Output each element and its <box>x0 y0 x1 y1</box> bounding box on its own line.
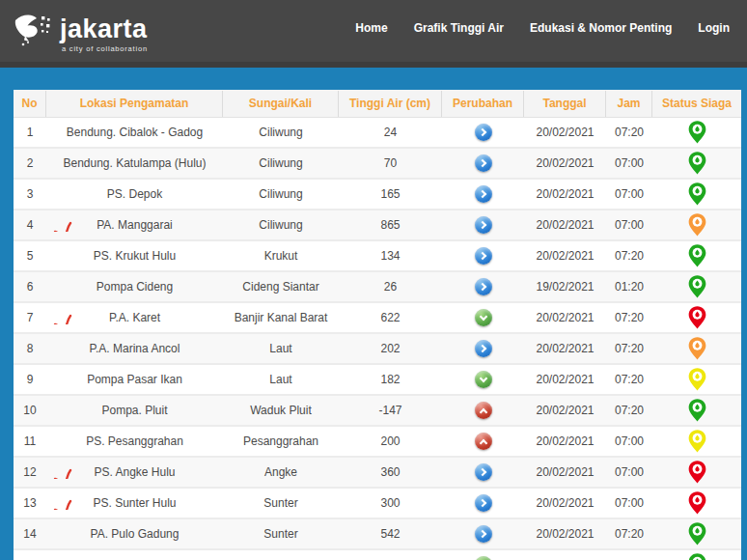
cell-status-siaga <box>652 180 741 209</box>
change-direction-icon <box>475 124 492 141</box>
cell-tanggal: 20/02/2021 <box>524 404 606 417</box>
status-pin-icon <box>687 243 707 268</box>
cell-jam: 07:20 <box>606 527 652 541</box>
table-row: 3 PS. Depok Ciliwung 165 20/02/2021 07:0… <box>14 180 741 210</box>
table-row: 9 Pompa Pasar Ikan Laut 182 20/02/2021 0… <box>14 365 741 396</box>
status-pin-icon <box>687 212 707 238</box>
cell-jam: 01:20 <box>606 280 652 294</box>
status-pin-icon <box>687 274 707 299</box>
change-direction-icon <box>475 433 492 450</box>
nav-item-home[interactable]: Home <box>355 21 387 35</box>
cell-perubahan <box>442 519 524 548</box>
change-direction-icon <box>475 340 492 357</box>
cell-perubahan <box>442 272 524 301</box>
table-row: 5 PS. Krukut Hulu Krukut 134 20/02/2021 … <box>14 241 741 272</box>
red-checkmark-annotation <box>52 499 81 510</box>
cell-tinggi-air: 542 <box>339 527 442 541</box>
cell-sungai-kali: Cideng Siantar <box>223 280 339 294</box>
location-label: PS. Depok <box>107 187 162 201</box>
col-header-no: No <box>14 91 46 117</box>
table-header-row: No Lokasi Pengamatan Sungai/Kali Tinggi … <box>14 90 741 118</box>
cell-perubahan <box>442 550 524 560</box>
cell-tinggi-air: 622 <box>339 311 442 324</box>
cell-no: 3 <box>14 187 46 201</box>
cell-tanggal: 20/02/2021 <box>524 126 606 139</box>
cell-lokasi-pengamatan: PS. Depok <box>46 187 223 201</box>
cell-sungai-kali: Ciliwung <box>223 218 339 232</box>
cell-tinggi-air: 200 <box>339 434 442 448</box>
cell-lokasi-pengamatan: P.A. Karet <box>46 311 223 324</box>
cell-sungai-kali: Ciliwung <box>223 156 339 170</box>
cell-lokasi-pengamatan: P.A. Marina Ancol <box>46 342 223 355</box>
cell-tinggi-air: 26 <box>339 280 442 294</box>
location-label: PS. Angke Hulu <box>94 465 175 479</box>
table-row: 11 PS. Pesanggrahan Pesanggrahan 200 20/… <box>14 427 741 458</box>
col-header-status-siaga: Status Siaga <box>652 91 741 117</box>
cell-jam: 07:20 <box>606 404 652 417</box>
table-row: 7 P.A. Karet Banjir Kanal Barat 622 20/0… <box>14 303 741 334</box>
brand-tagline: a city of collaboration <box>62 44 148 53</box>
change-direction-icon <box>475 309 492 326</box>
cell-sungai-kali: Waduk Pluit <box>223 404 339 417</box>
cell-perubahan <box>442 334 524 363</box>
location-label: Pompa Pasar Ikan <box>87 373 182 386</box>
cell-perubahan <box>442 241 524 270</box>
table-row: 6 Pompa Cideng Cideng Siantar 26 19/02/2… <box>14 272 741 303</box>
cell-tinggi-air: 134 <box>339 249 442 263</box>
cell-tinggi-air: 182 <box>339 373 442 386</box>
cell-tanggal: 20/02/2021 <box>524 465 606 479</box>
cell-jam: 07:20 <box>606 373 652 386</box>
cell-lokasi-pengamatan: PA. Pulo Gadung <box>46 527 223 541</box>
cell-no: 13 <box>14 496 46 510</box>
cell-tanggal: 20/02/2021 <box>524 249 606 263</box>
cell-tanggal: 20/02/2021 <box>524 434 606 448</box>
page-body: No Lokasi Pengamatan Sungai/Kali Tinggi … <box>0 68 747 560</box>
location-label: Pompa Cideng <box>97 280 173 294</box>
nav-item-login[interactable]: Login <box>698 21 730 35</box>
location-label: Bendung. Katulampa (Hulu) <box>63 156 206 170</box>
cell-sungai-kali: Pesanggrahan <box>223 434 339 448</box>
cell-no: 2 <box>14 156 46 170</box>
status-pin-icon <box>687 151 707 176</box>
cell-status-siaga <box>652 334 741 363</box>
cell-status-siaga <box>652 241 741 270</box>
cell-sungai-kali: Ciliwung <box>223 187 339 201</box>
cell-no: 8 <box>14 342 46 355</box>
cell-lokasi-pengamatan: Pompa Cideng <box>46 280 223 294</box>
cell-tanggal: 20/02/2021 <box>524 496 606 510</box>
cell-lokasi-pengamatan: PS. Krukut Hulu <box>46 249 223 263</box>
cell-status-siaga <box>652 118 741 147</box>
cell-status-siaga <box>652 149 741 178</box>
cell-jam: 07:20 <box>606 342 652 355</box>
cell-no: 12 <box>14 465 46 479</box>
cell-status-siaga <box>652 303 741 332</box>
change-direction-icon <box>475 278 492 295</box>
cell-tinggi-air: 300 <box>339 496 442 510</box>
red-checkmark-annotation <box>52 468 81 479</box>
nav-item-edukasi-nomor-penting[interactable]: Edukasi & Nomor Penting <box>530 21 672 35</box>
cell-tanggal: 20/02/2021 <box>524 187 606 201</box>
cell-jam: 07:00 <box>606 434 652 448</box>
red-checkmark-annotation <box>52 314 81 324</box>
cell-status-siaga <box>652 272 741 301</box>
cell-status-siaga <box>652 427 741 456</box>
location-label: P.A. Marina Ancol <box>90 342 180 355</box>
col-header-tinggi-air: Tinggi Air (cm) <box>339 91 442 117</box>
change-direction-icon <box>475 371 492 388</box>
cell-perubahan <box>442 303 524 332</box>
cell-no: 9 <box>14 373 46 386</box>
cell-tanggal: 20/02/2021 <box>524 527 606 541</box>
nav-item-grafik-tinggi-air[interactable]: Grafik Tinggi Air <box>414 21 504 35</box>
location-label: PS. Sunter Hulu <box>93 496 176 510</box>
table-row: 2 Bendung. Katulampa (Hulu) Ciliwung 70 … <box>14 149 741 180</box>
location-label: Bendung. Cibalok - Gadog <box>67 126 203 139</box>
status-pin-icon <box>687 336 707 361</box>
cell-jam: 07:00 <box>606 156 652 170</box>
brand-logo[interactable]: jakarta a city of collaboration <box>12 9 148 53</box>
cell-perubahan <box>442 180 524 209</box>
cell-jam: 07:20 <box>606 311 652 324</box>
status-pin-icon <box>687 398 707 423</box>
cell-jam: 07:00 <box>606 218 652 232</box>
status-pin-icon <box>687 521 707 546</box>
col-header-lokasi-pengamatan: Lokasi Pengamatan <box>46 91 223 117</box>
